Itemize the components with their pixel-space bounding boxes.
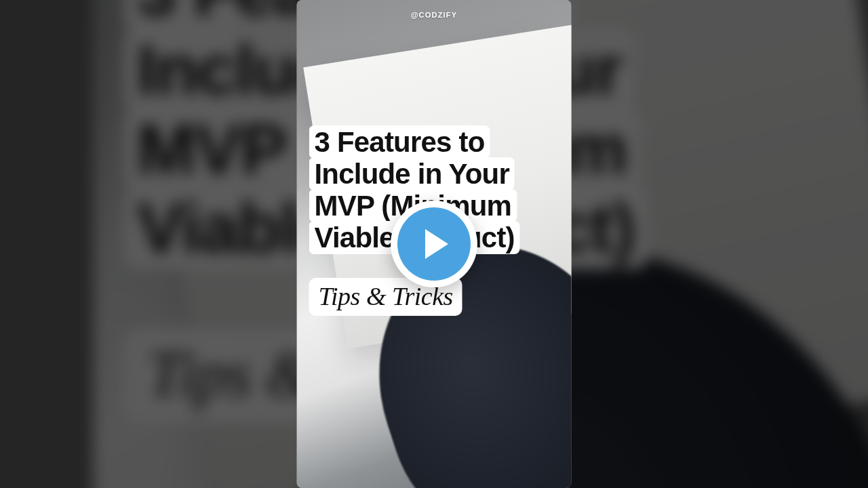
- play-button-inner: [397, 207, 471, 281]
- play-button[interactable]: [391, 201, 477, 287]
- play-button-ring: [391, 201, 477, 287]
- play-icon: [425, 229, 448, 259]
- brand-handle: @CODZIFY: [297, 11, 572, 19]
- video-thumbnail-stage: 3 Features to Include in Your MVP (Minim…: [0, 0, 868, 488]
